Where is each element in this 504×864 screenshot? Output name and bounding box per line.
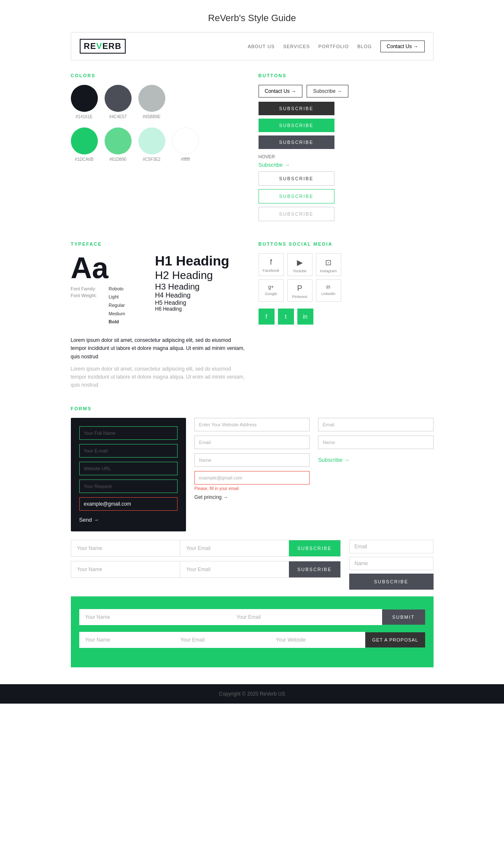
nav-portfolio[interactable]: PORTFOLIO bbox=[318, 44, 349, 49]
side-subscribe-btn[interactable]: SUBSCRIBE bbox=[349, 574, 434, 590]
buttons-label: BUTTONS bbox=[259, 73, 434, 78]
color-swatch-61d890: #61D890 bbox=[105, 127, 132, 162]
color-label-6b8b8e: #65BB8E bbox=[143, 114, 160, 119]
website-input-dark[interactable] bbox=[79, 462, 178, 475]
font-family-value: Roboto bbox=[109, 286, 124, 291]
color-swatch-4c4e57: #4C4E57 bbox=[105, 85, 132, 119]
nav-blog[interactable]: BLOG bbox=[357, 44, 372, 49]
color-swatch-6b8b8e: #65BB8E bbox=[138, 85, 165, 119]
subscribe-green-button[interactable]: SUBSCRIBE bbox=[259, 119, 334, 132]
colors-section: COLORS #14161E #4C4E57 #65BB8E # bbox=[71, 73, 246, 225]
social-google[interactable]: g+ Google bbox=[259, 279, 284, 302]
body-text-light: Lorem ipsum dolor sit amet, consectetur … bbox=[71, 365, 246, 390]
nav-services[interactable]: SERVICES bbox=[283, 44, 310, 49]
color-label-14161e: #14161E bbox=[75, 114, 92, 119]
error-message: Please, fill in your email bbox=[194, 486, 310, 491]
color-label-4c4e57: #4C4E57 bbox=[109, 114, 127, 119]
green-name-1[interactable] bbox=[79, 609, 231, 625]
green-email-1[interactable] bbox=[231, 609, 382, 625]
dark-swatches-row: #14161E #4C4E57 #65BB8E bbox=[71, 85, 246, 119]
subscribe-row-2: SUBSCRIBE bbox=[71, 561, 341, 578]
typeface-label: TYPEFACE bbox=[71, 241, 246, 246]
social-facebook[interactable]: f Facebook bbox=[259, 253, 284, 276]
name-input-light[interactable] bbox=[194, 453, 310, 467]
social-solid-btns: f t in bbox=[259, 309, 434, 325]
hover-subscribe-link[interactable]: Subscribe → bbox=[259, 162, 434, 168]
font-family-label: Font Family: bbox=[71, 286, 105, 291]
social-linkedin[interactable]: in Linkedin bbox=[316, 279, 341, 302]
nav-about[interactable]: ABOUT US bbox=[248, 44, 275, 49]
green-bg-section: SUBMIT GET A PROPOSAL bbox=[71, 596, 434, 667]
sub-name-2[interactable] bbox=[71, 561, 180, 577]
fullname-input[interactable] bbox=[79, 426, 178, 440]
buttons-section: BUTTONS Contact Us → Subscribe → SUBSCRI… bbox=[259, 73, 434, 225]
light-form: Please, fill in your email Get princing … bbox=[194, 418, 310, 531]
sub-email-1[interactable] bbox=[180, 540, 289, 556]
subscribe-arrow-button[interactable]: Subscribe → bbox=[307, 85, 348, 98]
nav-links: ABOUT US SERVICES PORTFOLIO BLOG bbox=[248, 44, 372, 49]
logo: REVERB bbox=[80, 39, 126, 54]
green-swatches-row: #1DCA6B #61D890 #C5F3E2 #ffffff bbox=[71, 127, 246, 162]
send-button[interactable]: Send → bbox=[79, 517, 99, 523]
facebook-solid-btn[interactable]: f bbox=[259, 309, 275, 325]
subscribe-hover-green-outline[interactable]: SUBSCRIBE bbox=[259, 189, 334, 203]
btn-row-top: Contact Us → Subscribe → bbox=[259, 85, 434, 98]
subscribe-dark-button[interactable]: SUBSCRIBE bbox=[259, 102, 334, 115]
green-email-2[interactable] bbox=[175, 632, 270, 648]
submit-button[interactable]: SUBMIT bbox=[382, 609, 425, 625]
social-pinterest[interactable]: P Pinterest bbox=[287, 279, 313, 302]
name-input-right[interactable] bbox=[318, 436, 433, 449]
footer: Copyright © 2020 ReVerb US bbox=[0, 684, 504, 704]
forms-label: FORMS bbox=[71, 406, 434, 411]
body-text-dark: Lorem ipsum dolor sit amet, consectetur … bbox=[71, 336, 246, 361]
contact-us-button[interactable]: Contact Us → bbox=[259, 85, 303, 98]
social-icon-grid: f Facebook ▶ Youtube ⊡ Instagram g+ Goog… bbox=[259, 253, 434, 302]
social-section: BUTTONS SOCIAL MEDIA f Facebook ▶ Youtub… bbox=[259, 241, 434, 389]
subscribe-btn-green-row[interactable]: SUBSCRIBE bbox=[289, 540, 340, 556]
subscribe-hover-white[interactable]: SUBSCRIBE bbox=[259, 171, 334, 186]
hover-label: HOVER bbox=[259, 154, 434, 159]
email-input-right[interactable] bbox=[318, 418, 433, 431]
nav-contact-button[interactable]: Contact Us → bbox=[380, 41, 425, 52]
color-swatch-14161e: #14161E bbox=[71, 85, 98, 119]
green-name-2[interactable] bbox=[79, 632, 175, 648]
subscribe-link[interactable]: Subscribe → bbox=[318, 457, 433, 463]
social-youtube[interactable]: ▶ Youtube bbox=[287, 253, 313, 276]
color-swatch-1dca6b: #1DCA6B bbox=[71, 127, 98, 162]
side-email[interactable] bbox=[349, 540, 434, 553]
email-input-dark[interactable] bbox=[79, 444, 178, 458]
social-instagram[interactable]: ⊡ Instagram bbox=[316, 253, 341, 276]
website-input-light[interactable] bbox=[194, 418, 310, 431]
typeface-section: TYPEFACE Aa Font Family: Roboto Font Wei… bbox=[71, 241, 246, 389]
request-input-dark[interactable] bbox=[79, 479, 178, 493]
font-weight-label: Font Weight: bbox=[71, 293, 105, 326]
color-swatch-c5f3e2: #C5F3E2 bbox=[138, 127, 165, 162]
right-form: Subscribe → bbox=[318, 418, 433, 531]
subscribe-darkgray-button[interactable]: SUBSCRIBE bbox=[259, 135, 334, 149]
color-swatch-white: #ffffff bbox=[172, 127, 199, 162]
green-row-1: SUBMIT bbox=[79, 609, 425, 625]
twitter-solid-btn[interactable]: t bbox=[278, 309, 294, 325]
subscribe-btn-dark-row[interactable]: SUBSCRIBE bbox=[289, 561, 340, 577]
side-name[interactable] bbox=[349, 557, 434, 570]
navbar: REVERB ABOUT US SERVICES PORTFOLIO BLOG … bbox=[71, 32, 434, 60]
linkedin-solid-btn[interactable]: in bbox=[297, 309, 313, 325]
subscribe-hover-light-outline[interactable]: SUBSCRIBE bbox=[259, 207, 334, 221]
subscribe-row-1: SUBSCRIBE bbox=[71, 540, 341, 557]
color-label-61d890: #61D890 bbox=[109, 157, 127, 162]
proposal-button[interactable]: GET A PROPOSAL bbox=[365, 632, 425, 647]
sub-name-1[interactable] bbox=[71, 540, 180, 556]
color-label-c5f3e2: #C5F3E2 bbox=[143, 157, 160, 162]
font-weights: Light Regular Medium Bold bbox=[109, 293, 125, 326]
headings-col: H1 Heading H2 Heading H3 Heading H4 Head… bbox=[155, 253, 246, 328]
email-input-light[interactable] bbox=[194, 436, 310, 449]
color-label-1dca6b: #1DCA6B bbox=[75, 157, 93, 162]
email-example-dark[interactable] bbox=[79, 497, 178, 511]
side-form: SUBSCRIBE bbox=[349, 540, 434, 590]
sub-email-2[interactable] bbox=[180, 561, 289, 577]
green-website[interactable] bbox=[270, 632, 365, 648]
get-pricing-link[interactable]: Get princing → bbox=[194, 494, 310, 500]
typeface-aa: Aa bbox=[71, 253, 147, 283]
forms-section: FORMS Send → Please, fill in your email … bbox=[71, 406, 434, 590]
email-error-input[interactable] bbox=[194, 471, 310, 485]
